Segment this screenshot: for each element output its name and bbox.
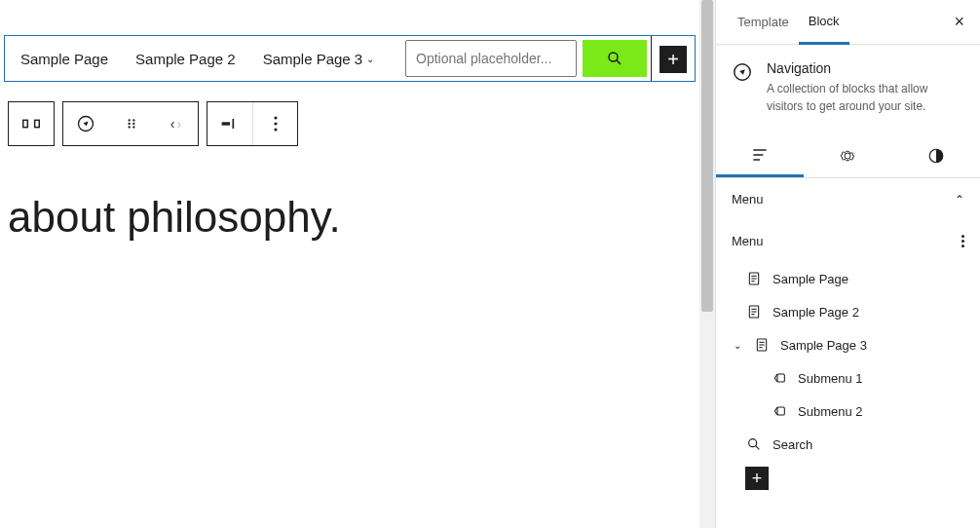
drag-icon	[125, 117, 138, 131]
svg-line-36	[756, 446, 760, 450]
navigation-links: Sample Page Sample Page 2 Sample Page 3⌄	[5, 36, 388, 81]
nav-link-sample-page-3[interactable]: Sample Page 3⌄	[249, 51, 389, 67]
tree-item-label: Search	[773, 437, 812, 452]
svg-point-35	[749, 439, 757, 447]
navigation-icon	[76, 114, 95, 133]
move-arrows: ‹›	[170, 116, 181, 132]
select-parent-button[interactable]	[9, 102, 54, 145]
menu-name-row[interactable]: Menu	[716, 220, 980, 262]
navigation-icon	[732, 60, 753, 115]
menu-name-label: Menu	[732, 234, 764, 248]
block-title: Navigation	[767, 60, 964, 76]
tree-item-label: Sample Page	[773, 272, 848, 286]
menu-panel-toggle[interactable]: Menu ⌃	[716, 178, 980, 220]
svg-point-13	[274, 116, 277, 119]
styles-icon	[927, 147, 945, 165]
svg-point-6	[132, 119, 134, 121]
svg-rect-34	[777, 407, 784, 415]
post-content: about philosophy.	[8, 193, 692, 242]
chevron-left-icon[interactable]: ‹	[170, 116, 175, 132]
chevron-down-icon: ⌄	[366, 54, 374, 64]
row-icon	[20, 113, 42, 134]
editor-canvas: Sample Page Sample Page 2 Sample Page 3⌄…	[0, 0, 699, 528]
nav-link-sample-page[interactable]: Sample Page	[7, 51, 122, 67]
block-card: Navigation A collection of blocks that a…	[716, 45, 980, 127]
chevron-down-icon[interactable]: ⌄	[732, 340, 743, 351]
page-icon	[745, 303, 763, 321]
search-icon	[606, 50, 623, 67]
search-button[interactable]	[583, 40, 647, 77]
submenu-icon	[771, 369, 788, 387]
svg-point-15	[274, 128, 277, 131]
scrollbar-thumb[interactable]	[701, 0, 713, 312]
page-icon	[753, 336, 771, 354]
sidebar-tabs: Template Block ×	[716, 0, 980, 45]
block-description: A collection of blocks that allow visito…	[767, 80, 964, 115]
tree-item-page[interactable]: Sample Page 2	[728, 295, 968, 328]
close-sidebar-button[interactable]: ×	[950, 8, 968, 36]
tree-item-label: Sample Page 2	[773, 305, 859, 320]
svg-point-7	[128, 123, 130, 125]
tree-item-label: Submenu 1	[798, 371, 863, 386]
svg-point-0	[609, 53, 618, 61]
svg-point-5	[128, 119, 130, 121]
tree-item-search[interactable]: Search	[728, 428, 968, 461]
block-card-text: Navigation A collection of blocks that a…	[767, 60, 964, 115]
svg-point-9	[128, 126, 130, 128]
search-icon	[745, 435, 763, 453]
menu-actions-button[interactable]	[961, 235, 964, 247]
block-toolbar: ‹›	[8, 101, 699, 146]
heading-block[interactable]: about philosophy.	[8, 193, 692, 242]
menu-panel-label: Menu	[732, 192, 764, 207]
block-type-button[interactable]	[63, 102, 108, 145]
justify-button[interactable]	[207, 102, 252, 145]
chevron-right-icon[interactable]: ›	[177, 116, 182, 132]
svg-rect-11	[222, 122, 230, 125]
tree-item-submenu[interactable]: Submenu 2	[728, 395, 968, 428]
tree-item-page-expanded[interactable]: ⌄ Sample Page 3	[728, 328, 968, 361]
subtab-list-view[interactable]	[716, 134, 804, 177]
justify-icon	[220, 117, 240, 131]
svg-rect-3	[35, 120, 40, 127]
toolbar-group-align	[207, 101, 298, 146]
list-view-icon	[750, 147, 770, 163]
divider	[651, 36, 652, 81]
submenu-icon	[771, 402, 788, 420]
nav-link-label: Sample Page 2	[135, 51, 236, 67]
navigation-tree: Sample Page Sample Page 2 ⌄ Sample Page …	[716, 262, 980, 502]
page-icon	[745, 270, 763, 287]
tab-template[interactable]: Template	[728, 0, 799, 45]
tree-item-page[interactable]: Sample Page	[728, 262, 968, 295]
mover-buttons[interactable]: ‹›	[153, 102, 198, 145]
svg-point-10	[132, 126, 134, 128]
nav-link-sample-page-2[interactable]: Sample Page 2	[122, 51, 249, 67]
svg-point-14	[274, 122, 277, 125]
search-input[interactable]	[405, 40, 577, 77]
navigation-block[interactable]: Sample Page Sample Page 2 Sample Page 3⌄…	[4, 35, 696, 82]
svg-line-1	[617, 60, 621, 64]
more-options-button[interactable]	[252, 102, 297, 145]
add-menu-item-button[interactable]: +	[745, 467, 769, 490]
subtab-styles[interactable]	[892, 134, 980, 177]
toolbar-group-block: ‹›	[62, 101, 199, 146]
nav-link-label: Sample Page	[20, 51, 108, 67]
svg-rect-2	[23, 120, 28, 127]
svg-rect-33	[777, 374, 784, 382]
more-vertical-icon	[274, 116, 278, 132]
inspector-subtabs	[716, 134, 980, 178]
tree-item-label: Submenu 2	[798, 404, 863, 419]
gear-icon	[839, 147, 856, 165]
svg-point-8	[132, 123, 134, 125]
nav-link-label: Sample Page 3	[263, 51, 363, 67]
drag-handle[interactable]	[108, 102, 153, 145]
settings-sidebar: Template Block × Navigation A collection…	[715, 0, 980, 528]
tree-item-label: Sample Page 3	[780, 338, 867, 353]
chevron-up-icon: ⌃	[955, 193, 964, 207]
tab-block[interactable]: Block	[799, 0, 849, 45]
tree-item-submenu[interactable]: Submenu 1	[728, 361, 968, 395]
svg-rect-12	[233, 119, 235, 129]
search-block	[401, 36, 651, 81]
scrollbar-track[interactable]	[699, 0, 715, 528]
add-block-button[interactable]: +	[660, 46, 687, 73]
subtab-settings[interactable]	[804, 134, 891, 177]
